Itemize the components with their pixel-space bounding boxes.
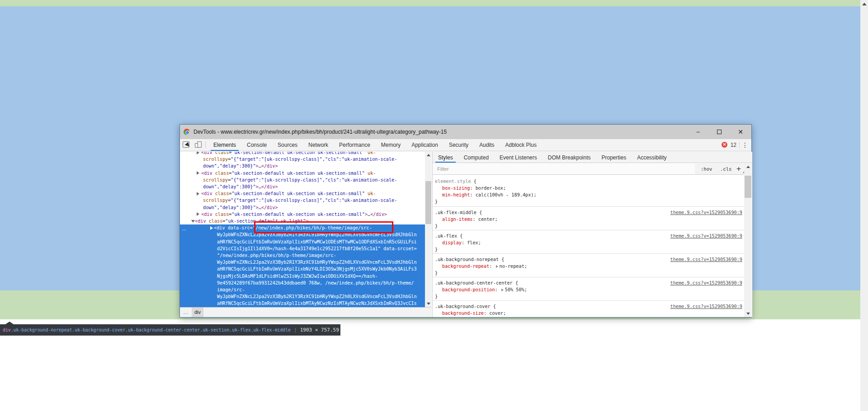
tree-row[interactable]: d2VicCIsIjg1Il1dXV0=/hash-4e4a31749e1c29… [180, 245, 425, 252]
devtools-tab-sources[interactable]: Sources [272, 139, 303, 151]
tree-row[interactable]: down","delay":300}">…</div> [180, 183, 425, 190]
new-rule-button[interactable]: + [736, 163, 741, 174]
styles-scrollbar-thumb[interactable] [745, 176, 751, 198]
css-rules: element.style {box-sizing: border-box;mi… [433, 175, 744, 317]
styles-scrollbar[interactable] [744, 163, 752, 317]
error-count: 12 [731, 139, 736, 151]
tree-row[interactable]: scrollspy="{"target":"[uk-scrollspy-clas… [180, 177, 425, 183]
breadcrumb-item-div[interactable]: div [192, 308, 203, 317]
breadcrumb: … div [180, 307, 432, 317]
devtools-tab-console[interactable]: Console [241, 139, 272, 151]
devtools-tab-audits[interactable]: Audits [474, 139, 500, 151]
styles-tab-properties[interactable]: Properties [596, 152, 632, 163]
styles-filter-row: Filter :hov .cls + [433, 163, 752, 175]
css-rule: theme.9.css?v=1529053690:9.uk-flex-middl… [433, 207, 744, 230]
tree-row[interactable]: 9e45924289f67ba9931242b43ddbaed0 768w, /… [180, 280, 425, 286]
styles-pane: StylesComputedEvent ListenersDOM Breakpo… [432, 152, 752, 317]
tree-row[interactable]: aHRfNC5qcGciLFtbImRvUmVzaXplIixbMTAyNCwz… [180, 300, 425, 307]
row-more-marker[interactable]: … [182, 226, 187, 231]
devtools-tab-adblock-plus[interactable]: Adblock Plus [500, 139, 542, 151]
devtools-tab-memory[interactable]: Memory [376, 139, 406, 151]
error-badge-icon[interactable]: ✕ [722, 142, 727, 148]
styles-tabs: StylesComputedEvent ListenersDOM Breakpo… [433, 152, 752, 163]
tooltip-tag: div [3, 327, 11, 332]
tree-row[interactable]: <div class="uk-section-default uk-sectio… [180, 211, 425, 218]
maximize-button[interactable] [717, 130, 722, 134]
window-title: DevTools - www.electricrev.gr/new/index.… [193, 125, 447, 139]
toolbar-separator [205, 141, 206, 149]
stylesheet-link[interactable]: theme.9.css?v=1529053690:9 [670, 256, 742, 263]
tree-row[interactable]: <div class="uk-section-default uk-sectio… [180, 152, 425, 156]
inspect-icon[interactable] [183, 141, 189, 148]
styles-tab-event-listeners[interactable]: Event Listeners [494, 152, 542, 163]
window-titlebar[interactable]: DevTools - www.electricrev.gr/new/index.… [180, 125, 751, 139]
elements-tree[interactable]: <div class="uk-section-default uk-sectio… [180, 152, 425, 307]
devtools-tab-elements[interactable]: Elements [208, 139, 241, 151]
filter-input[interactable]: Filter [433, 163, 695, 174]
styles-tab-styles[interactable]: Styles [433, 152, 458, 163]
tooltip-dimensions: 1903 × 757.59 [300, 327, 339, 333]
elements-tree-pane: <div class="uk-section-default uk-sectio… [180, 152, 432, 317]
devtools-tab-network[interactable]: Network [303, 139, 334, 151]
tree-row[interactable]: "/new/index.php/bikes/bh/p-theme/image/s… [180, 252, 425, 259]
tree-row[interactable]: down","delay":300}">…</div> [180, 163, 425, 169]
scrollbar-down-icon[interactable] [746, 313, 750, 315]
devtools-toolbar: ElementsConsoleSourcesNetworkPerformance… [180, 139, 751, 151]
tree-row[interactable]: NjgsMjc5LDAsMF1dLFsidHlwZSIsWyJ3ZWJwIiwi… [180, 273, 425, 280]
scrollbar-up-icon[interactable] [746, 166, 750, 168]
stylesheet-link[interactable]: theme.9.css?v=1529053690:9 [670, 209, 742, 216]
breadcrumb-more[interactable]: … [183, 308, 188, 317]
page-scrollbar[interactable] [860, 0, 868, 411]
devtools-tab-security[interactable]: Security [443, 139, 474, 151]
close-button[interactable]: ✕ [735, 125, 746, 139]
tree-row[interactable]: down","delay":300}">…</div> [180, 204, 425, 211]
css-rule: theme.9.css?v=1529053690:9.uk-background… [433, 254, 744, 277]
menu-icon[interactable]: ⋮ [742, 139, 748, 151]
styles-tab-accessibility[interactable]: Accessibility [632, 152, 672, 163]
tree-row[interactable]: scrollspy="{"target":"[uk-scrollspy-clas… [180, 197, 425, 204]
tree-row[interactable]: aHRfNC5qcGciLFtbImRvUmVzaXplIixbMTYwMCw1… [180, 238, 425, 245]
scrollbar-up-icon[interactable] [427, 154, 430, 156]
inspect-tooltip: div.uk-background-norepeat.uk-background… [0, 324, 340, 336]
tree-row[interactable]: scrollspy="{"target":"[uk-scrollspy-clas… [180, 156, 425, 163]
css-rule: theme.9.css?v=1529053690:9.uk-background… [433, 301, 744, 317]
elements-scrollbar[interactable] [425, 152, 432, 307]
hov-toggle[interactable]: :hov [701, 163, 712, 174]
tree-row[interactable]: WyJpbWFnZXNcL2Jpa2VzX3Byb2R1Y3RzXC91bHRy… [180, 259, 425, 266]
devtools-window: DevTools - www.electricrev.gr/new/index.… [179, 124, 752, 318]
css-rule: theme.9.css?v=1529053690:9.uk-background… [433, 277, 744, 301]
css-rule: theme.9.css?v=1529053690:9.uk-flex {disp… [433, 230, 744, 254]
tree-row[interactable]: WyJpbWFnZXNcL2Jpa2VzX3Byb2R1Y3RzXC91bHRy… [180, 293, 425, 300]
filter-placeholder: Filter [437, 163, 449, 174]
devtools-tabs: ElementsConsoleSourcesNetworkPerformance… [208, 139, 542, 151]
cls-toggle[interactable]: .cls [720, 163, 731, 174]
toolbar-separator2 [739, 142, 740, 148]
tooltip-classes: .uk-background-norepeat.uk-background-co… [11, 327, 291, 332]
tree-row[interactable]: image/src- [180, 286, 425, 293]
devtools-tab-performance[interactable]: Performance [334, 139, 376, 151]
annotation-red-box [254, 221, 393, 234]
css-rule: element.style {box-sizing: border-box;mi… [433, 175, 744, 207]
elements-scrollbar-thumb[interactable] [425, 181, 431, 224]
tooltip-separator: | [291, 327, 300, 333]
stylesheet-link[interactable]: theme.9.css?v=1529053690:9 [670, 280, 742, 286]
device-toolbar-icon[interactable] [195, 141, 202, 148]
styles-tab-dom-breakpoints[interactable]: DOM Breakpoints [542, 152, 596, 163]
chrome-icon [184, 129, 190, 135]
scrollbar-down-icon[interactable] [427, 303, 430, 305]
stylesheet-link[interactable]: theme.9.css?v=1529053690:9 [670, 233, 742, 239]
scroll-up-arrow-icon[interactable] [862, 3, 867, 5]
minimize-button[interactable]: – [693, 125, 703, 139]
tree-row[interactable]: <div class="uk-section-default uk-sectio… [180, 190, 425, 197]
tree-row[interactable]: <div class="uk-section-default uk-sectio… [180, 170, 425, 177]
stylesheet-link[interactable]: theme.9.css?v=1529053690:9 [670, 303, 742, 310]
devtools-tab-application[interactable]: Application [406, 139, 443, 151]
tree-row[interactable]: aHRfNC5qcGciLFtbImRvUmVzaXplIixbNzY4LDI3… [180, 266, 425, 272]
styles-tab-computed[interactable]: Computed [458, 152, 494, 163]
page-screen: DevTools - www.electricrev.gr/new/index.… [0, 0, 868, 411]
